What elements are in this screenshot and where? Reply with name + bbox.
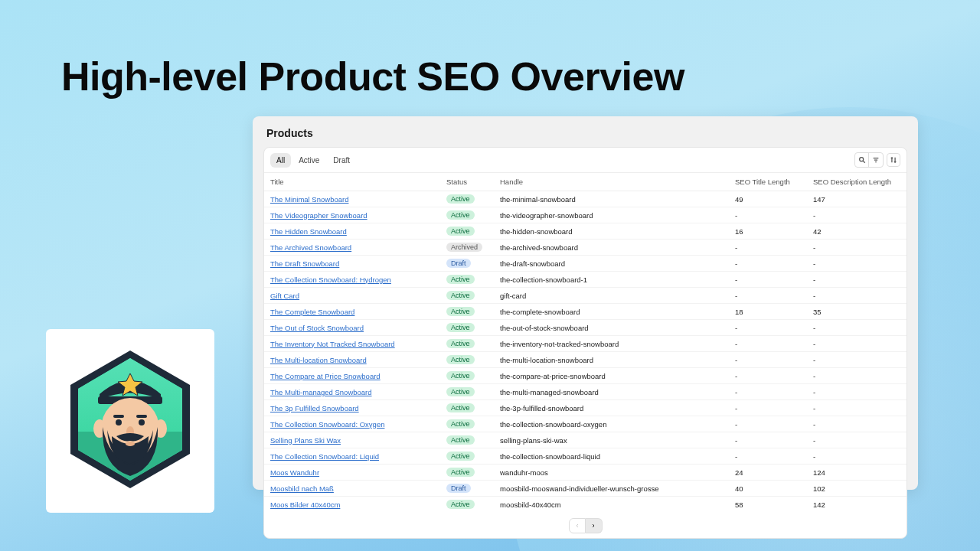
- table-row: The Archived SnowboardArchivedthe-archiv…: [264, 240, 906, 256]
- seo-desc-length-cell: -: [807, 240, 906, 256]
- tab-all[interactable]: All: [270, 153, 291, 168]
- products-card: AllActiveDraft Title: [263, 147, 907, 539]
- handle-cell: the-collection-snowboard-oxygen: [494, 416, 729, 432]
- product-title-link[interactable]: The Hidden Snowboard: [270, 227, 347, 236]
- seo-title-length-cell: -: [729, 272, 807, 288]
- seo-title-length-cell: 16: [729, 223, 807, 240]
- table-row: Gift CardActivegift-card--: [264, 288, 906, 304]
- svg-rect-15: [113, 415, 124, 418]
- status-badge: Active: [446, 452, 475, 461]
- seo-title-length-cell: -: [729, 207, 807, 223]
- status-badge: Active: [446, 339, 475, 348]
- table-row: The Videographer SnowboardActivethe-vide…: [264, 207, 906, 223]
- page-headline: High-level Product SEO Overview: [61, 54, 684, 99]
- table-row: The Out of Stock SnowboardActivethe-out-…: [264, 320, 906, 336]
- seo-title-length-cell: -: [729, 432, 807, 448]
- search-icon[interactable]: [855, 153, 869, 167]
- product-title-link[interactable]: The Inventory Not Tracked Snowboard: [270, 340, 395, 348]
- table-row: The Complete SnowboardActivethe-complete…: [264, 304, 906, 320]
- col-header-title[interactable]: Title: [264, 173, 440, 191]
- panel-title: Products: [263, 127, 907, 139]
- table-row: The Draft SnowboardDraftthe-draft-snowbo…: [264, 256, 906, 272]
- seo-desc-length-cell: -: [807, 448, 906, 465]
- seo-desc-length-cell: -: [807, 272, 906, 288]
- svg-point-13: [116, 419, 122, 425]
- table-row: The Hidden SnowboardActivethe-hidden-sno…: [264, 223, 906, 240]
- product-title-link[interactable]: Moos Bilder 40x40cm: [270, 500, 340, 509]
- seo-desc-length-cell: 124: [807, 465, 906, 481]
- svg-point-0: [859, 158, 863, 161]
- status-badge: Active: [446, 371, 475, 380]
- seo-desc-length-cell: -: [807, 352, 906, 368]
- product-title-link[interactable]: The Archived Snowboard: [270, 243, 351, 252]
- handle-cell: the-complete-snowboard: [494, 304, 729, 320]
- col-header-handle[interactable]: Handle: [494, 173, 729, 191]
- col-header-status[interactable]: Status: [440, 173, 494, 191]
- status-badge: Active: [446, 210, 475, 220]
- seo-title-length-cell: -: [729, 240, 807, 256]
- product-title-link[interactable]: The Multi-location Snowboard: [270, 356, 367, 364]
- handle-cell: the-3p-fulfilled-snowboard: [494, 400, 729, 416]
- status-badge: Active: [446, 355, 475, 364]
- seo-title-length-cell: 24: [729, 465, 807, 481]
- tab-active[interactable]: Active: [292, 153, 325, 168]
- seo-title-length-cell: -: [729, 256, 807, 272]
- handle-cell: the-minimal-snowboard: [494, 191, 729, 207]
- seo-title-length-cell: -: [729, 320, 807, 336]
- seo-title-length-cell: -: [729, 352, 807, 368]
- table-row: Moosbild nach MaßDraftmoosbild-mooswand-…: [264, 481, 906, 497]
- seo-title-length-cell: -: [729, 368, 807, 384]
- product-title-link[interactable]: Selling Plans Ski Wax: [270, 436, 341, 445]
- filter-icon[interactable]: [869, 153, 883, 167]
- seo-title-length-cell: -: [729, 416, 807, 432]
- sort-button[interactable]: [887, 153, 900, 167]
- status-badge: Active: [446, 435, 475, 445]
- seo-title-length-cell: 40: [729, 481, 807, 497]
- product-title-link[interactable]: The Collection Snowboard: Oxygen: [270, 420, 384, 429]
- product-title-link[interactable]: The Out of Stock Snowboard: [270, 324, 364, 332]
- table-row: The Inventory Not Tracked SnowboardActiv…: [264, 336, 906, 352]
- seo-desc-length-cell: -: [807, 400, 906, 416]
- pagination-prev-button: [569, 518, 586, 533]
- product-title-link[interactable]: Gift Card: [270, 292, 299, 300]
- status-badge: Active: [446, 387, 475, 396]
- table-row: The Minimal SnowboardActivethe-minimal-s…: [264, 191, 906, 207]
- handle-cell: wanduhr-moos: [494, 465, 729, 481]
- pagination: [264, 512, 906, 538]
- handle-cell: the-compare-at-price-snowboard: [494, 368, 729, 384]
- seo-title-length-cell: 49: [729, 191, 807, 207]
- product-title-link[interactable]: The Videographer Snowboard: [270, 211, 368, 220]
- product-title-link[interactable]: The Draft Snowboard: [270, 259, 339, 268]
- status-badge: Active: [446, 403, 475, 412]
- seo-desc-length-cell: -: [807, 416, 906, 432]
- handle-cell: gift-card: [494, 288, 729, 304]
- handle-cell: the-out-of-stock-snowboard: [494, 320, 729, 336]
- product-title-link[interactable]: The Multi-managed Snowboard: [270, 388, 372, 396]
- table-row: The Collection Snowboard: LiquidActiveth…: [264, 448, 906, 465]
- handle-cell: moosbild-mooswand-individueller-wunsch-g…: [494, 481, 729, 497]
- product-title-link[interactable]: The Collection Snowboard: Liquid: [270, 452, 379, 461]
- status-badge: Active: [446, 275, 475, 284]
- product-title-link[interactable]: The Collection Snowboard: Hydrogen: [270, 276, 391, 284]
- handle-cell: the-inventory-not-tracked-snowboard: [494, 336, 729, 352]
- product-title-link[interactable]: The Complete Snowboard: [270, 308, 354, 316]
- seo-title-length-cell: -: [729, 448, 807, 465]
- pagination-next-button[interactable]: [586, 518, 603, 533]
- product-title-link[interactable]: The Compare at Price Snowboard: [270, 372, 381, 380]
- col-header-seo-desc[interactable]: SEO Description Length: [807, 173, 906, 191]
- status-badge: Draft: [446, 484, 471, 493]
- status-badge: Active: [446, 307, 475, 316]
- tabs-row: AllActiveDraft: [264, 148, 906, 173]
- product-title-link[interactable]: Moosbild nach Maß: [270, 484, 334, 493]
- products-table: Title Status Handle SEO Title Length SEO…: [264, 173, 906, 512]
- seo-desc-length-cell: -: [807, 384, 906, 400]
- search-filter-button[interactable]: [854, 152, 884, 168]
- product-title-link[interactable]: Moos Wanduhr: [270, 468, 319, 477]
- table-row: Selling Plans Ski WaxActiveselling-plans…: [264, 432, 906, 448]
- seo-desc-length-cell: -: [807, 288, 906, 304]
- product-title-link[interactable]: The Minimal Snowboard: [270, 195, 348, 204]
- col-header-seo-title[interactable]: SEO Title Length: [729, 173, 807, 191]
- tab-draft[interactable]: Draft: [327, 153, 356, 168]
- product-title-link[interactable]: The 3p Fulfilled Snowboard: [270, 404, 359, 412]
- seo-title-length-cell: -: [729, 288, 807, 304]
